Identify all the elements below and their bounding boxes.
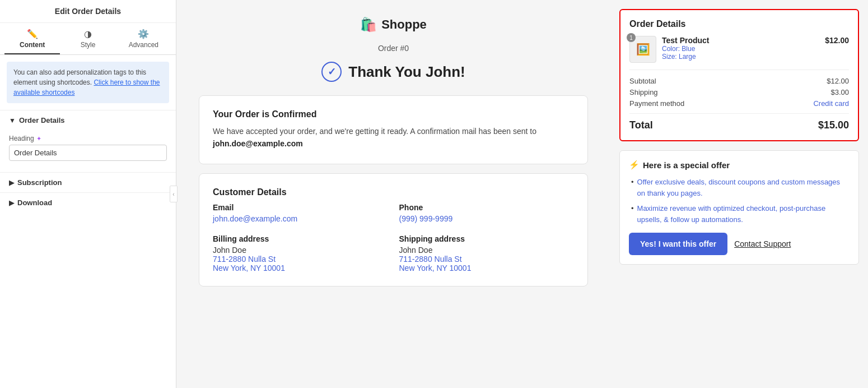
subtotal-value: $12.00 xyxy=(827,77,849,85)
billing-label: Billing address xyxy=(213,234,388,243)
email-field: Email john.doe@example.com xyxy=(213,203,388,223)
confirmation-body-text: We have accepted your order, and we're g… xyxy=(213,127,536,136)
order-number: Order #0 xyxy=(199,44,588,53)
offer-title-text: Here is a special offer xyxy=(643,160,730,170)
payment-label: Payment method xyxy=(629,99,684,108)
billing-address-field: Billing address John Doe 711-2880 Nulla … xyxy=(213,234,388,272)
shipping-street: 711-2880 Nulla St xyxy=(399,255,575,264)
arrow-right-icon-download: ▶ xyxy=(9,199,14,207)
email-label: Email xyxy=(213,203,388,212)
product-attr-size: Size: Large xyxy=(662,53,819,61)
sparkle-icon: ✦ xyxy=(36,135,41,142)
product-row: 1 🖼️ Test Product Color: Blue Size: Larg… xyxy=(629,36,849,70)
shipping-label: Shipping address xyxy=(399,234,575,243)
confirmation-body: We have accepted your order, and we're g… xyxy=(213,125,574,150)
section-download-label: Download xyxy=(17,198,52,207)
shipping-name: John Doe xyxy=(399,246,575,255)
payment-row: Payment method Credit card xyxy=(629,99,849,108)
billing-city: New York, NY 10001 xyxy=(213,264,388,272)
offer-bullet-2: Maximize revenue with optimized checkout… xyxy=(631,203,850,225)
customer-card-title: Customer Details xyxy=(213,187,574,197)
panel-collapse-handle[interactable]: ‹ xyxy=(170,186,176,202)
heading-input[interactable] xyxy=(9,145,167,161)
arrow-right-icon-subscription: ▶ xyxy=(9,179,14,187)
arrow-down-icon: ▼ xyxy=(9,117,16,124)
section-order-details-content: Heading ✦ xyxy=(0,130,176,172)
product-quantity-badge: 1 xyxy=(627,33,636,42)
info-box: You can also add personalization tags to… xyxy=(7,62,169,103)
shipping-row: Shipping $3.00 xyxy=(629,88,849,96)
offer-bullet-1: Offer exclusive deals, discount coupons … xyxy=(631,177,850,198)
offer-title: ⚡ Here is a special offer xyxy=(629,160,850,170)
product-info: Test Product Color: Blue Size: Large xyxy=(662,36,819,61)
subtotal-label: Subtotal xyxy=(629,77,656,85)
advanced-icon: ⚙️ xyxy=(138,29,149,39)
tab-style[interactable]: ◑ Style xyxy=(60,23,115,54)
right-panel: Order Details 1 🖼️ Test Product Color: B… xyxy=(610,0,868,388)
phone-field: Phone (999) 999-9999 xyxy=(399,203,575,223)
tab-style-label: Style xyxy=(81,41,96,49)
payment-value: Credit card xyxy=(813,99,849,108)
summary-divider xyxy=(629,113,849,114)
style-icon: ◑ xyxy=(84,29,92,39)
contact-support-button[interactable]: Contact Support xyxy=(734,239,791,248)
shipping-address-field: Shipping address John Doe 711-2880 Nulla… xyxy=(399,234,575,272)
email-value: john.doe@example.com xyxy=(213,214,388,223)
customer-card: Customer Details Email john.doe@example.… xyxy=(199,173,588,287)
store-header: 🛍️ Shoppe xyxy=(199,17,588,33)
product-name: Test Product xyxy=(662,36,819,45)
confirmation-email: john.doe@example.com xyxy=(213,139,303,148)
billing-name: John Doe xyxy=(213,246,388,255)
shipping-value: $3.00 xyxy=(830,88,849,96)
offer-bullets: Offer exclusive deals, discount coupons … xyxy=(629,177,850,225)
phone-value: (999) 999-9999 xyxy=(399,214,575,223)
confirmation-card: Your Order is Confirmed We have accepted… xyxy=(199,95,588,164)
total-value: $15.00 xyxy=(818,119,849,131)
yes-offer-button[interactable]: Yes! I want this offer xyxy=(629,233,727,255)
product-thumbnail: 1 🖼️ xyxy=(629,36,656,63)
main-content: 🛍️ Shoppe Order #0 ✓ Thank You John! You… xyxy=(176,0,610,388)
check-circle-icon: ✓ xyxy=(321,62,342,82)
heading-field-label: Heading ✦ xyxy=(9,135,167,142)
shipping-label: Shipping xyxy=(629,88,658,96)
product-price: $12.00 xyxy=(825,36,849,45)
order-details-card: Order Details 1 🖼️ Test Product Color: B… xyxy=(619,9,859,141)
panel-title: Edit Order Details xyxy=(0,0,176,23)
bolt-icon: ⚡ xyxy=(629,160,640,170)
store-name: Shoppe xyxy=(381,17,427,32)
section-download-header[interactable]: ▶ Download xyxy=(0,192,176,213)
section-order-details-label: Order Details xyxy=(19,116,65,124)
customer-grid: Email john.doe@example.com Phone (999) 9… xyxy=(213,203,574,272)
section-subscription-header[interactable]: ▶ Subscription xyxy=(0,172,176,192)
heading-field-row: Heading ✦ xyxy=(9,135,167,161)
tab-content[interactable]: ✏️ Content xyxy=(4,23,60,54)
left-panel: Edit Order Details ✏️ Content ◑ Style ⚙️… xyxy=(0,0,176,388)
phone-label: Phone xyxy=(399,203,575,212)
special-offer-card: ⚡ Here is a special offer Offer exclusiv… xyxy=(619,150,859,265)
total-label: Total xyxy=(629,119,653,131)
thank-you-text: Thank You John! xyxy=(348,63,465,81)
tab-advanced[interactable]: ⚙️ Advanced xyxy=(116,23,171,54)
content-icon: ✏️ xyxy=(27,29,38,39)
tab-advanced-label: Advanced xyxy=(129,41,158,49)
section-order-details-header[interactable]: ▼ Order Details xyxy=(0,110,176,130)
tab-content-label: Content xyxy=(20,41,45,49)
product-attr-color: Color: Blue xyxy=(662,45,819,53)
billing-street: 711-2880 Nulla St xyxy=(213,255,388,264)
total-row: Total $15.00 xyxy=(629,119,849,131)
confirmation-title: Your Order is Confirmed xyxy=(213,109,574,119)
shipping-city: New York, NY 10001 xyxy=(399,264,575,272)
section-subscription-label: Subscription xyxy=(17,178,62,187)
order-details-card-title: Order Details xyxy=(629,19,849,29)
tabs-bar: ✏️ Content ◑ Style ⚙️ Advanced xyxy=(0,23,176,55)
thank-you-row: ✓ Thank You John! xyxy=(199,62,588,82)
store-icon: 🛍️ xyxy=(360,17,377,33)
subtotal-row: Subtotal $12.00 xyxy=(629,77,849,85)
offer-actions: Yes! I want this offer Contact Support xyxy=(629,233,850,255)
